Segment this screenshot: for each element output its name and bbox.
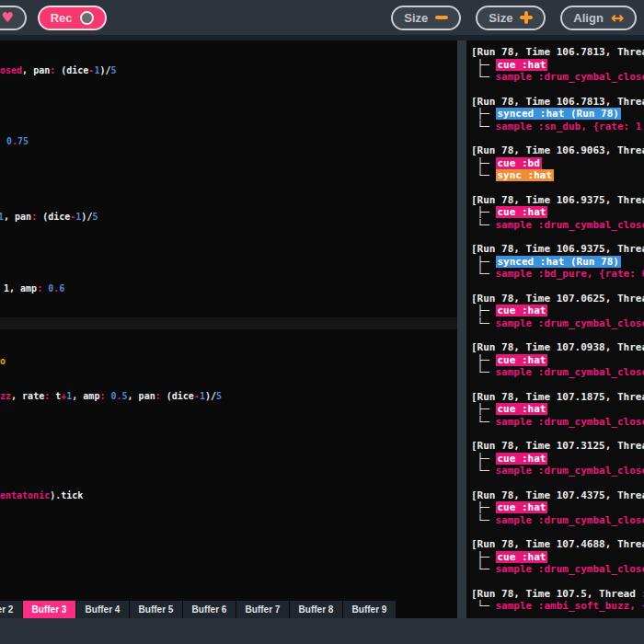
code-token: )/ xyxy=(205,391,216,401)
buffer-tab-buffer-3[interactable]: Buffer 3 xyxy=(23,601,76,618)
buffer-tab-buffer-4[interactable]: Buffer 4 xyxy=(76,601,130,618)
code-line: zz, rate: t+1, amp: 0.5, pan: (dice-1)/5 xyxy=(0,390,222,402)
code-token: t xyxy=(50,391,61,401)
size-plus-button[interactable]: Size xyxy=(476,6,546,30)
log-entry: [Run 78, Time 107.1875, Thread : ├─ cue … xyxy=(471,391,644,429)
log-cue-message: cue :hat xyxy=(496,551,548,563)
code-token: , pan xyxy=(128,391,155,401)
left-right-arrow-icon: ↔ xyxy=(611,10,624,26)
code-token: (dice xyxy=(55,65,88,75)
toolbar-right-group: Size Size Align ↔ Inf xyxy=(391,6,644,30)
log-entry: [Run 78, Time 107.4688, Thread : ├─ cue … xyxy=(471,538,644,576)
buffer-tab-buffer-9[interactable]: Buffer 9 xyxy=(343,601,397,618)
tree-branch-icon: └─ xyxy=(471,366,496,378)
log-entry: [Run 78, Time 107.0938, Thread : ├─ cue … xyxy=(471,341,644,379)
tree-branch-icon: ├─ xyxy=(471,501,496,513)
log-sample-message: sample :drum_cymbal_closed, xyxy=(496,514,644,526)
code-token: , pan xyxy=(22,65,50,75)
log-line: ├─ cue :bd xyxy=(471,157,644,170)
code-token: 5 xyxy=(92,212,98,222)
plus-icon xyxy=(520,11,533,24)
log-entry: [Run 78, Time 107.0625, Thread : ├─ cue … xyxy=(471,293,644,330)
log-entry: [Run 78, Time 106.7813, Thread : ├─ sync… xyxy=(471,96,644,133)
tree-branch-icon: └─ xyxy=(471,169,496,181)
log-sample-message: sample :drum_cymbal_closed, xyxy=(496,219,644,231)
tree-branch-icon: ├─ xyxy=(471,551,496,563)
log-sample-message: sample :drum_cymbal_closed, xyxy=(496,465,644,477)
align-label: Align xyxy=(573,11,604,25)
log-line: ├─ synced :hat (Run 78) xyxy=(471,108,644,121)
code-editor[interactable]: osed, pan: (dice-1)/50.751, pan: (dice-1… xyxy=(0,40,457,618)
log-line: └─ sample :drum_cymbal_closed, xyxy=(471,366,644,379)
size-minus-button[interactable]: Size xyxy=(391,6,461,30)
log-sample-message: sample :drum_cymbal_closed, xyxy=(496,71,644,83)
log-synced-message: synced :hat (Run 78) xyxy=(496,108,621,120)
log-entry-header: [Run 78, Time 106.7813, Thread : xyxy=(471,46,644,59)
log-entry: [Run 78, Time 106.7813, Thread : ├─ cue … xyxy=(471,46,644,84)
code-token: 1, amp xyxy=(4,283,37,293)
code-token: , amp xyxy=(72,391,99,401)
tree-branch-icon: └─ xyxy=(471,317,496,329)
sonic-pi-window: e ♥ Rec Size Size Align ↔ Inf xyxy=(0,0,644,644)
log-cue-message: cue :hat xyxy=(496,206,548,218)
log-entry-header: [Run 78, Time 107.5, Thread : xyxy=(471,588,644,601)
code-token: zz xyxy=(0,391,11,401)
log-line: ├─ cue :hat xyxy=(471,501,644,514)
code-token: 75 xyxy=(17,136,29,146)
log-cue-message: cue :hat xyxy=(496,354,548,366)
tree-branch-icon: └─ xyxy=(471,121,496,132)
buffer-tab-buffer-8[interactable]: Buffer 8 xyxy=(290,601,343,618)
log-line: └─ sample :ambi_soft_buzz, { xyxy=(471,600,644,613)
tree-branch-icon: ├─ xyxy=(471,206,496,218)
log-line: └─ sync :hat xyxy=(471,169,644,182)
log-line: ├─ synced :hat (Run 78) xyxy=(471,256,644,269)
log-panel[interactable]: [Run 78, Time 106.7813, Thread : ├─ cue … xyxy=(466,40,644,618)
code-token: ).tick xyxy=(50,490,83,500)
code-token: (dice xyxy=(161,391,194,401)
pane-splitter[interactable] xyxy=(457,40,466,618)
log-entry: [Run 78, Time 107.5, Thread : └─ sample … xyxy=(471,588,644,613)
code-line: entatonic).tick xyxy=(0,489,83,501)
code-token: )/ xyxy=(81,212,92,222)
tree-branch-icon: ├─ xyxy=(471,157,496,169)
code-token: 5 xyxy=(110,65,116,75)
log-entry: [Run 78, Time 106.9375, Thread : ├─ cue … xyxy=(471,194,644,232)
code-token: )/ xyxy=(99,65,110,75)
code-token: osed xyxy=(0,65,22,75)
log-entry: [Run 78, Time 107.3125, Thread : ├─ cue … xyxy=(471,440,644,477)
tree-branch-icon: ├─ xyxy=(471,354,496,366)
code-token: , rate xyxy=(11,391,44,401)
log-line: ├─ cue :hat xyxy=(471,551,644,564)
buffer-tab-buffer-7[interactable]: Buffer 7 xyxy=(236,601,290,618)
log-entry: [Run 78, Time 106.9063, Thread : ├─ cue … xyxy=(471,144,644,182)
rec-button[interactable]: Rec xyxy=(38,6,107,30)
log-synced-message: synced :hat (Run 78) xyxy=(496,256,621,268)
log-line: ├─ cue :hat xyxy=(471,206,644,219)
log-sample-message: sample :ambi_soft_buzz, { xyxy=(496,600,644,612)
log-cue-message: cue :hat xyxy=(496,59,548,71)
tree-branch-icon: └─ xyxy=(471,465,496,477)
log-entry-header: [Run 78, Time 107.1875, Thread : xyxy=(471,391,644,404)
tree-branch-icon: ├─ xyxy=(471,403,496,415)
tree-branch-icon: └─ xyxy=(471,600,496,612)
buffer-tab-buffer-5[interactable]: Buffer 5 xyxy=(130,601,183,618)
code-token: 5 xyxy=(216,391,222,401)
log-sample-message: sample :drum_cymbal_closed, xyxy=(496,317,644,329)
log-line: └─ sample :drum_cymbal_closed, xyxy=(471,416,644,429)
buffer-tab-buffer-2[interactable]: Buffer 2 xyxy=(0,601,23,618)
log-sample-message: sample :drum_cymbal_closed, xyxy=(496,563,644,575)
log-entry-header: [Run 78, Time 107.0938, Thread : xyxy=(471,341,644,354)
log-line: └─ sample :drum_cymbal_closed, xyxy=(471,219,644,232)
align-button[interactable]: Align ↔ xyxy=(560,6,637,30)
size-plus-label: Size xyxy=(489,11,512,25)
buffer-tab-buffer-6[interactable]: Buffer 6 xyxy=(183,601,236,618)
tree-branch-icon: ├─ xyxy=(471,108,496,120)
record-circle-icon xyxy=(80,11,94,25)
log-line: └─ sample :drum_cymbal_closed, xyxy=(471,465,644,477)
log-line: ├─ cue :hat xyxy=(471,305,644,317)
save-button[interactable]: e ♥ xyxy=(0,6,27,30)
log-entry-header: [Run 78, Time 106.9375, Thread : xyxy=(471,194,644,207)
status-bar xyxy=(0,618,644,644)
code-line: 0.75 xyxy=(6,135,29,147)
tree-branch-icon: ├─ xyxy=(471,305,496,316)
